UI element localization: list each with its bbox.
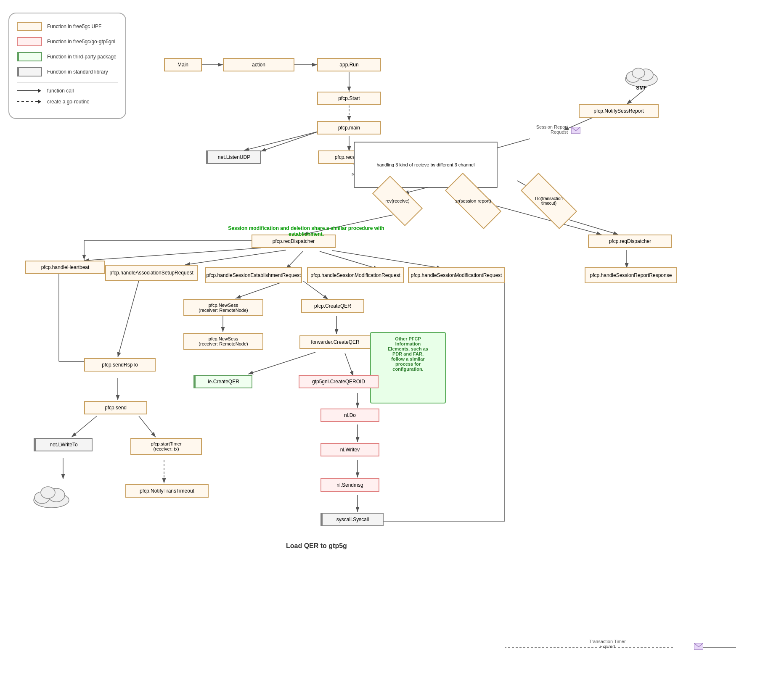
node-pfcp-new-sess-2: pfcp.NewSess (receiver: RemoteNode) [183, 333, 263, 350]
legend-box-standard-lib [17, 67, 42, 76]
svg-line-35 [118, 281, 139, 357]
node-pfcp-req-dispatcher-2: pfcp.reqDispatcher [588, 235, 672, 248]
svg-point-55 [632, 68, 645, 78]
cloud-network [30, 479, 72, 513]
diamond-rcv: rcv(receive) [374, 188, 421, 214]
node-pfcp-create-qer: pfcp.CreateQER [301, 299, 364, 313]
envelope-session-report [571, 127, 580, 135]
svg-line-43 [627, 90, 644, 104]
node-net-listen-udp: net.ListenUDP [206, 150, 261, 164]
legend-label-standard-lib: Function in standard library [47, 69, 108, 75]
node-pfcp-handle-sess-mod-req-1: pfcp.handleSessionModificationRequest [307, 267, 404, 283]
legend-item-free5gc-upf: Function in free5gc UPF [17, 22, 118, 31]
legend-item-third-party: Function in third-party package [17, 52, 118, 61]
legend-box-free5gc-go [17, 37, 42, 46]
node-syscall-syscall: syscall.Syscall [320, 513, 384, 526]
diamond-tto: tTo(transaction timeout) [522, 188, 576, 214]
legend-item-go-routine: create a go-routine [17, 99, 118, 105]
node-pfcp-handle-sess-mod-req-2: pfcp.handleSessionModificationtRequest [408, 267, 505, 283]
svg-line-18 [286, 251, 303, 269]
svg-line-49 [244, 131, 320, 150]
svg-line-27 [345, 353, 353, 376]
legend-label-go-routine: create a go-routine [47, 99, 90, 105]
svg-line-16 [84, 248, 261, 261]
node-smf: SMF [622, 62, 660, 92]
svg-line-20 [332, 250, 442, 268]
svg-line-37 [72, 416, 97, 437]
diamond-sr: sr(session report) [446, 188, 501, 214]
svg-point-60 [41, 487, 55, 498]
node-pfcp-send: pfcp.send [84, 401, 147, 414]
svg-line-22 [236, 281, 286, 298]
legend-item-free5gc-go: Function in free5gc/go-gtp5gnl [17, 37, 118, 46]
node-gtp5gnl-create-qeroid: gtp5gnl.CreateQEROID [299, 375, 379, 388]
envelope-trans-timer [694, 643, 703, 651]
node-pfcp-start-timer: pfcp.startTimer (receiver: tx) [130, 438, 202, 455]
node-pfcp-notify-trans-timeout: pfcp.NotifyTransTimeout [125, 484, 209, 498]
svg-line-38 [139, 416, 156, 437]
legend-item-function-call: function call [17, 88, 118, 94]
legend-item-standard-lib: Function in standard library [17, 67, 118, 76]
legend-box-third-party [17, 52, 42, 61]
legend-label-free5gc-upf: Function in free5gc UPF [47, 24, 101, 29]
diagram-container: Function in free5gc UPF Function in free… [0, 0, 784, 675]
label-trans-timer-expired: Transaction Timer Expired [589, 639, 626, 649]
node-main: Main [164, 58, 202, 71]
svg-line-44 [564, 116, 597, 130]
node-forwarder-create-qer: forwarder.CreateQER [299, 335, 371, 349]
node-ie-create-qer: ie.CreateQER [193, 375, 252, 388]
legend-label-third-party: Function in third-party package [47, 54, 117, 60]
label-session-report-request: Session Report Request [517, 124, 568, 134]
node-nl-writev: nl.Writev [320, 443, 379, 456]
legend: Function in free5gc UPF Function in free… [8, 13, 126, 119]
node-pfcp-main: pfcp.main [317, 121, 381, 134]
node-pfcp-handle-heartbeat: pfcp.handleHeartbeat [25, 261, 105, 274]
node-action: action [223, 58, 294, 71]
node-net-lwrite-to: net.LWriteTo [34, 438, 93, 451]
note-other-pfcp: Other PFCP Information Elements, such as… [370, 332, 446, 403]
node-pfcp-send-rsp-to: pfcp.sendRspTo [84, 358, 156, 372]
node-pfcp-new-sess-1: pfcp.NewSess (receiver: RemoteNode) [183, 299, 263, 316]
node-nl-do: nl.Do [320, 409, 379, 422]
node-app-run: app.Run [317, 58, 381, 71]
node-pfcp-start: pfcp.Start [317, 92, 381, 105]
label-load-qer: Load QER to gtp5g [286, 542, 347, 550]
handling-box: handling 3 kind of recieve by different … [354, 142, 497, 187]
legend-box-free5gc-upf [17, 22, 42, 31]
svg-line-17 [185, 250, 286, 265]
node-pfcp-handle-assoc-setup: pfcp.handleAssociationSetupRequest [105, 265, 198, 281]
node-nl-sendmsg: nl.Sendmsg [320, 478, 379, 492]
session-modification-note: Session modification and deletion share … [214, 225, 399, 237]
node-pfcp-handle-sess-estab: pfcp.handleSessionEstablishmentRequest [205, 267, 302, 283]
svg-line-23 [303, 281, 328, 299]
legend-label-free5gc-go: Function in free5gc/go-gtp5gnl [47, 39, 115, 45]
legend-label-function-call: function call [47, 88, 74, 94]
node-pfcp-handle-sess-report-resp: pfcp.handleSessionReportResponse [585, 267, 677, 283]
svg-line-6 [261, 131, 320, 151]
node-pfcp-notify-sess-report: pfcp.NotifySessReport [579, 104, 659, 118]
svg-line-26 [248, 352, 315, 374]
svg-line-19 [320, 251, 379, 269]
